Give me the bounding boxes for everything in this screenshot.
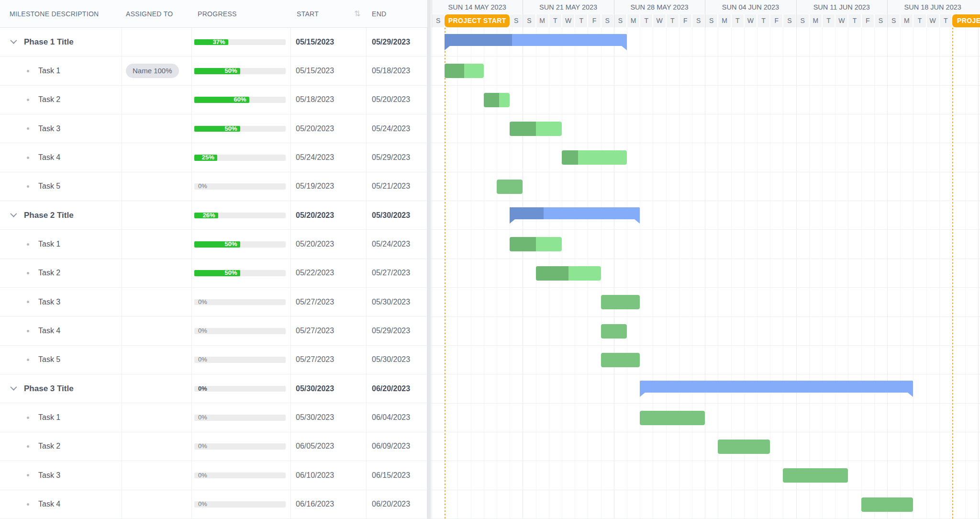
week-divider: [614, 0, 614, 28]
end-date-cell: 05/24/2023: [372, 230, 410, 258]
gantt-task-bar[interactable]: [861, 497, 913, 512]
task-title[interactable]: Task 3: [38, 461, 60, 489]
column-header-assigned-to[interactable]: ASSIGNED TO: [126, 0, 173, 28]
gantt-task-bar[interactable]: [601, 324, 627, 338]
gantt-task-bar-progress: [510, 237, 535, 251]
project-start-marker-label[interactable]: PROJECT START: [445, 14, 510, 27]
progress-percent-label: 25%: [194, 154, 217, 161]
table-row-task: Task 250%05/22/202305/27/2023: [0, 259, 427, 288]
column-divider: [290, 0, 291, 519]
gantt-task-bar[interactable]: [562, 150, 627, 165]
table-row-task: Task 10%05/30/202306/04/2023: [0, 403, 427, 432]
sort-icon[interactable]: ⇅: [354, 0, 360, 28]
gantt-task-bar[interactable]: [536, 266, 601, 281]
task-title[interactable]: Task 4: [38, 490, 60, 519]
column-header-milestone-description[interactable]: MILESTONE DESCRIPTION: [10, 0, 99, 28]
timeline-day-header: S: [510, 14, 522, 27]
progress-bar-track: [194, 386, 286, 392]
task-title[interactable]: Task 4: [38, 143, 60, 171]
task-bullet-icon: [27, 301, 29, 303]
timeline-day-header: F: [588, 14, 600, 27]
table-chart-splitter[interactable]: [427, 0, 431, 519]
chevron-down-icon[interactable]: [10, 384, 17, 390]
grid-line-day: [640, 28, 640, 519]
task-title[interactable]: Task 1: [38, 403, 60, 431]
start-date-cell: 05/22/2023: [296, 259, 334, 287]
task-title[interactable]: Task 3: [38, 288, 60, 316]
column-header-end[interactable]: END: [372, 0, 386, 28]
task-bullet-icon: [27, 70, 29, 72]
start-date-cell: 05/27/2023: [296, 316, 334, 345]
gantt-task-bar-progress: [536, 266, 568, 281]
row-divider: [431, 345, 980, 346]
project-end-marker-label[interactable]: PROJECT END: [952, 14, 980, 27]
gantt-task-bar[interactable]: [783, 468, 848, 483]
task-title[interactable]: Task 5: [38, 346, 60, 374]
column-header-progress[interactable]: PROGRESS: [198, 0, 237, 28]
phase-title[interactable]: Phase 1 Title: [24, 28, 74, 56]
gantt-task-bar[interactable]: [445, 64, 484, 78]
timeline-week-header: SUN 18 JUN 2023: [887, 0, 978, 14]
progress-percent-label: 60%: [194, 96, 249, 103]
task-bullet-icon: [27, 185, 29, 188]
table-row-task: Task 150%05/20/202305/24/2023: [0, 230, 427, 259]
timeline-day-header: T: [848, 14, 860, 27]
table-row-task: Task 30%05/27/202305/30/2023: [0, 288, 427, 316]
task-title[interactable]: Task 2: [38, 86, 60, 114]
chevron-down-icon[interactable]: [10, 210, 17, 217]
task-title[interactable]: Task 1: [38, 56, 60, 85]
grid-line-day: [627, 28, 627, 519]
table-row-task: Task 350%05/20/202305/24/2023: [0, 114, 427, 143]
grid-line-day: [835, 28, 835, 519]
chevron-down-icon[interactable]: [10, 37, 17, 44]
table-body: Phase 1 Title37%05/15/202305/29/2023Task…: [0, 28, 427, 519]
progress-percent-label: 37%: [194, 39, 228, 45]
gantt-task-bar[interactable]: [718, 440, 770, 454]
gantt-task-bar[interactable]: [497, 180, 523, 194]
assignee-badge: Name 100%: [126, 64, 179, 78]
end-date-cell: 05/29/2023: [372, 28, 410, 56]
gantt-phase-bar[interactable]: [640, 381, 913, 393]
grid-line-day: [822, 28, 823, 519]
gantt-task-bar[interactable]: [510, 237, 562, 251]
progress-bar-track: [194, 183, 286, 190]
gantt-task-bar-progress: [484, 93, 500, 107]
task-title[interactable]: Task 1: [38, 230, 60, 258]
task-title[interactable]: Task 2: [38, 432, 60, 461]
task-title[interactable]: Task 3: [38, 114, 60, 143]
timeline-day-header: M: [810, 14, 822, 27]
table-row-task: Task 30%06/10/202306/15/2023: [0, 461, 427, 490]
start-date-cell: 05/24/2023: [296, 143, 334, 171]
start-date-cell: 06/10/2023: [296, 461, 334, 489]
task-title[interactable]: Task 4: [38, 316, 60, 345]
progress-percent-label: 50%: [194, 241, 240, 248]
table-row-task: Task 50%05/27/202305/30/2023: [0, 346, 427, 374]
gantt-task-bar[interactable]: [484, 93, 510, 107]
row-divider: [431, 403, 980, 404]
progress-bar-track: [194, 473, 286, 479]
task-bullet-icon: [27, 157, 29, 159]
progress-percent-label: 0%: [198, 500, 207, 508]
timeline-day-header: T: [940, 14, 952, 27]
week-divider: [887, 0, 888, 28]
timeline-day-header: S: [797, 14, 809, 27]
row-divider: [431, 114, 980, 114]
phase-title[interactable]: Phase 3 Title: [24, 374, 74, 403]
progress-bar-track: [194, 443, 286, 450]
timeline-day-header: W: [835, 14, 847, 27]
row-divider: [431, 287, 980, 288]
column-header-start[interactable]: START: [297, 0, 319, 28]
grid-line-day: [679, 28, 679, 519]
gantt-task-bar[interactable]: [601, 295, 640, 309]
gantt-phase-bar[interactable]: [445, 34, 627, 46]
gantt-phase-bar[interactable]: [510, 207, 640, 219]
row-divider: [431, 56, 980, 56]
gantt-task-bar[interactable]: [510, 122, 562, 136]
task-title[interactable]: Task 5: [38, 172, 60, 201]
grid-line-week: [614, 28, 614, 519]
phase-title[interactable]: Phase 2 Title: [24, 201, 74, 229]
gantt-task-bar[interactable]: [640, 411, 705, 425]
gantt-task-bar[interactable]: [601, 353, 640, 367]
task-title[interactable]: Task 2: [38, 259, 60, 287]
phase-bar-right-notch: [908, 393, 913, 397]
